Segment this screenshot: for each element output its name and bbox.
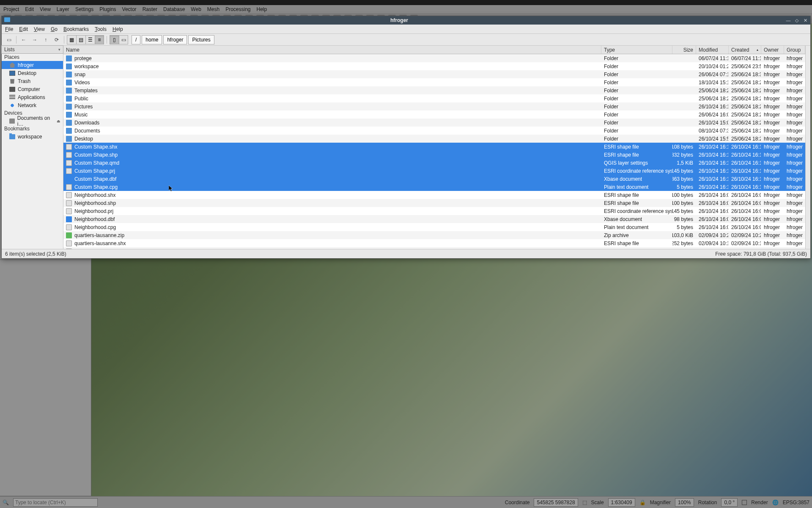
rotation-value[interactable]: 0,0 ° (721, 498, 738, 507)
file-row[interactable]: TemplatesFolder25/06/24 18:2425/06/24 18… (63, 86, 805, 94)
breadcrumb-pictures[interactable]: Pictures (188, 35, 214, 44)
coordinate-value[interactable]: 545825 5987828 (534, 498, 578, 507)
col-name[interactable]: Name (63, 46, 601, 54)
file-row[interactable]: quartiers-lausanne.shpESRI shape file156… (63, 247, 805, 249)
qgis-menu-mesh[interactable]: Mesh (207, 6, 219, 12)
qgis-menu-vector[interactable]: Vector (122, 6, 137, 12)
sidebar-place-trash[interactable]: Trash (2, 77, 63, 85)
qgis-menu-project[interactable]: Project (3, 6, 19, 12)
qgis-menu-raster[interactable]: Raster (143, 6, 157, 12)
close-button[interactable]: ✕ (803, 18, 808, 23)
qgis-menu-web[interactable]: Web (191, 6, 201, 12)
reload-button[interactable]: ⟳ (52, 35, 61, 44)
file-row[interactable]: MusicFolder26/06/24 16:0925/06/24 18:24h… (63, 110, 805, 119)
file-icon (66, 216, 72, 222)
qgis-menu-edit[interactable]: Edit (25, 6, 34, 12)
col-owner[interactable]: Owner (761, 46, 784, 54)
file-row[interactable]: DownloadsFolder26/10/24 15:0825/06/24 18… (63, 119, 805, 127)
file-row[interactable]: Custom Shape.qmdQGIS layer settings1,5 K… (63, 159, 805, 167)
sidebar-lists-label: Lists (4, 47, 15, 52)
col-modified[interactable]: Modified (696, 46, 729, 54)
fm-titlebar[interactable]: hfroger — ◇ ✕ (2, 16, 810, 25)
qgis-menu-processing[interactable]: Processing (225, 6, 250, 12)
col-type[interactable]: Type (601, 46, 672, 54)
sidebar-place-hfroger[interactable]: hfroger (2, 61, 63, 69)
file-row[interactable]: DesktopFolder26/10/24 15:5125/06/24 18:2… (63, 135, 805, 143)
breadcrumb-root[interactable]: / (132, 35, 140, 44)
icon-view-button[interactable]: ▦ (67, 35, 76, 44)
eject-icon[interactable]: ⏏ (57, 119, 60, 123)
sidebar-item-label: hfroger (18, 62, 34, 68)
file-row[interactable]: Neighborhood.cpgPlain text document5 byt… (63, 223, 805, 231)
lock-icon[interactable]: 🔒 (639, 500, 646, 505)
fm-menu-go[interactable]: Go (51, 26, 58, 32)
fm-menu-help[interactable]: Help (112, 26, 123, 32)
col-created[interactable]: Created▴ (729, 46, 761, 54)
file-row[interactable]: Neighborhood.shxESRI shape file100 bytes… (63, 191, 805, 199)
col-size[interactable]: Size (672, 46, 696, 54)
sidebar-place-network[interactable]: Network (2, 101, 63, 109)
qgis-menu-view[interactable]: View (40, 6, 51, 12)
col-group[interactable]: Group (784, 46, 805, 54)
file-name: protege (74, 55, 92, 61)
file-row[interactable]: workspaceFolder20/10/24 01:2025/06/24 23… (63, 62, 805, 70)
crs-icon[interactable]: 🌐 (772, 500, 779, 505)
up-button[interactable]: ↑ (41, 35, 50, 44)
scrollbar[interactable] (805, 46, 810, 249)
epsg-value[interactable]: EPSG:3857 (783, 500, 809, 505)
file-row[interactable]: Custom Shape.cpgPlain text document5 byt… (63, 183, 805, 191)
file-row[interactable]: Custom Shape.shxESRI shape file108 bytes… (63, 143, 805, 151)
file-rows[interactable]: protegeFolder06/07/24 11:1406/07/24 11:1… (63, 54, 805, 249)
file-row[interactable]: DocumentsFolder08/10/24 07:3025/06/24 18… (63, 127, 805, 135)
file-row[interactable]: Neighborhood.shpESRI shape file100 bytes… (63, 199, 805, 207)
qgis-titlebar (0, 0, 812, 5)
scale-value[interactable]: 1:630409 (608, 498, 635, 507)
apps-icon (9, 95, 15, 100)
maximize-button[interactable]: ◇ (794, 18, 799, 23)
back-button[interactable]: ← (19, 35, 28, 44)
file-row[interactable]: Custom Shape.prjESRI coordinate referenc… (63, 167, 805, 175)
qgis-menu-database[interactable]: Database (163, 6, 185, 12)
sidebar-device-documents-on-i-[interactable]: Documents on i…⏏ (2, 117, 63, 125)
breadcrumb-user[interactable]: hfroger (163, 35, 187, 44)
file-row[interactable]: Custom Shape.shpESRI shape file332 bytes… (63, 151, 805, 159)
magnifier-value[interactable]: 100% (675, 498, 694, 507)
file-row[interactable]: protegeFolder06/07/24 11:1406/07/24 11:1… (63, 54, 805, 62)
compact-view-button[interactable]: ☰ (85, 35, 95, 44)
sidebar-bookmark-workspace[interactable]: workspace (2, 133, 63, 141)
file-icon (66, 144, 72, 150)
path-crumbs-toggle[interactable]: ▯ (110, 35, 119, 44)
fm-menu-edit[interactable]: Edit (19, 26, 28, 32)
minimize-button[interactable]: — (786, 18, 791, 23)
sidebar-place-applications[interactable]: Applications (2, 93, 63, 101)
qgis-menu-settings[interactable]: Settings (75, 6, 93, 12)
list-view-button[interactable]: ≡ (95, 35, 104, 44)
file-row[interactable]: snapFolder26/06/24 07:1425/06/24 18:35hf… (63, 70, 805, 78)
render-checkbox[interactable] (742, 500, 747, 505)
sidebar-place-desktop[interactable]: Desktop (2, 69, 63, 77)
file-row[interactable]: quartiers-lausanne.zipZip archive103,0 K… (63, 231, 805, 239)
thumb-view-button[interactable]: ▤ (76, 35, 85, 44)
file-row[interactable]: VideosFolder18/10/24 15:1725/06/24 18:24… (63, 78, 805, 86)
fm-menu-bookmarks[interactable]: Bookmarks (63, 26, 89, 32)
extent-icon[interactable]: ⬚ (582, 500, 587, 505)
file-row[interactable]: PicturesFolder26/10/24 16:1425/06/24 18:… (63, 102, 805, 110)
fm-menu-tools[interactable]: Tools (95, 26, 107, 32)
new-tab-button[interactable]: ▭ (4, 35, 14, 44)
file-row[interactable]: quartiers-lausanne.shxESRI shape file252… (63, 239, 805, 247)
file-row[interactable]: Neighborhood.prjESRI coordinate referenc… (63, 207, 805, 215)
breadcrumb-home[interactable]: home (142, 35, 162, 44)
fm-menu-file[interactable]: File (5, 26, 13, 32)
sidebar-lists-dropdown[interactable]: Lists ▾ (1, 45, 63, 54)
file-row[interactable]: Custom Shape.dbfXbase document363 bytes2… (63, 175, 805, 183)
qgis-menu-help[interactable]: Help (257, 6, 267, 12)
sidebar-place-computer[interactable]: Computer (2, 85, 63, 93)
fm-menu-view[interactable]: View (34, 26, 45, 32)
file-row[interactable]: Neighborhood.dbfXbase document98 bytes26… (63, 215, 805, 223)
file-row[interactable]: PublicFolder25/06/24 18:2425/06/24 18:24… (63, 94, 805, 102)
qgis-menu-layer[interactable]: Layer (57, 6, 69, 12)
path-edit-toggle[interactable]: ▭ (119, 35, 128, 44)
qgis-menu-plugins[interactable]: Plugins (99, 6, 116, 12)
qgis-locator[interactable]: Type to locate (Ctrl+K) (13, 498, 98, 507)
forward-button[interactable]: → (30, 35, 39, 44)
